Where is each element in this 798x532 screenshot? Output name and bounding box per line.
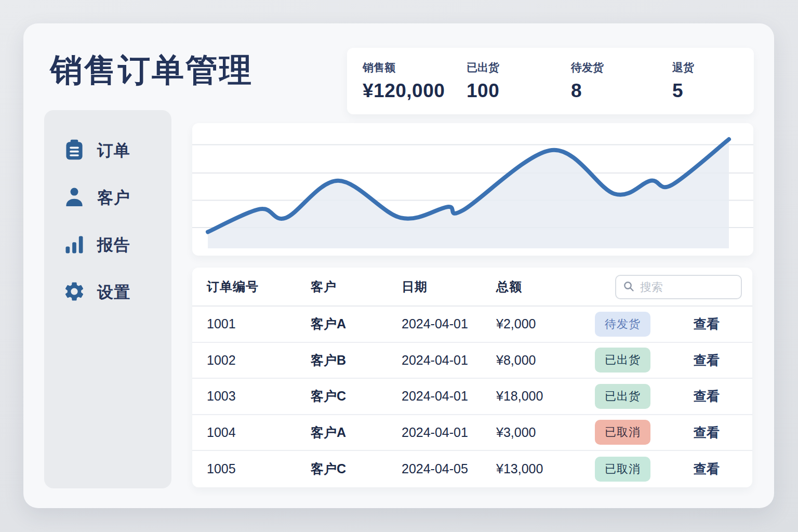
sidebar-item-label: 报告 (97, 234, 130, 256)
sidebar-item-label: 客户 (97, 187, 130, 209)
status-badge: 已取消 (595, 420, 650, 445)
amount-cell: ¥13,000 (496, 461, 595, 476)
date-cell: 2024-04-01 (402, 425, 496, 440)
orders-table: 订单编号 客户 日期 总额 1001 客户A 2024-04-01 ¥2,000… (192, 268, 752, 487)
user-icon (63, 185, 86, 210)
stat-value: ¥120,000 (363, 80, 467, 102)
column-header-order-id: 订单编号 (207, 278, 311, 295)
table-row: 1001 客户A 2024-04-01 ¥2,000 待发货 查看 (192, 307, 752, 343)
order-id-cell: 1004 (207, 425, 311, 440)
sidebar-item-orders[interactable]: 订单 (44, 127, 171, 174)
customer-cell: 客户B (311, 352, 402, 369)
table-row: 1004 客户A 2024-04-01 ¥3,000 已取消 查看 (192, 415, 752, 451)
search-icon (622, 280, 635, 295)
amount-cell: ¥2,000 (496, 316, 595, 331)
stat-label: 销售额 (363, 60, 467, 75)
sidebar-item-label: 设置 (97, 282, 130, 303)
customer-cell: 客户C (311, 460, 402, 477)
order-id-cell: 1005 (207, 461, 311, 476)
stat-value: 8 (571, 80, 672, 102)
stat-value: 100 (467, 80, 571, 102)
amount-cell: ¥18,000 (496, 389, 595, 404)
column-header-amount: 总额 (496, 278, 595, 295)
sidebar-item-label: 订单 (97, 140, 130, 162)
column-header-customer: 客户 (311, 278, 402, 295)
amount-cell: ¥3,000 (496, 425, 595, 440)
status-badge: 已出货 (595, 348, 650, 373)
date-cell: 2024-04-05 (402, 461, 496, 476)
page-title: 销售订单管理 (50, 48, 253, 92)
stat-value: 5 (672, 80, 694, 102)
table-row: 1005 客户C 2024-04-05 ¥13,000 已取消 查看 (192, 451, 752, 487)
area-chart (192, 123, 753, 256)
stat-sales-total: 销售额 ¥120,000 (363, 60, 467, 102)
date-cell: 2024-04-01 (402, 316, 496, 331)
customer-cell: 客户A (311, 315, 402, 332)
order-id-cell: 1001 (207, 316, 311, 331)
sidebar-item-reports[interactable]: 报告 (44, 221, 171, 269)
view-order-link[interactable]: 查看 (694, 388, 752, 405)
status-badge: 已出货 (595, 384, 650, 409)
stat-pending: 待发货 8 (571, 60, 672, 102)
table-row: 1002 客户B 2024-04-01 ¥8,000 已出货 查看 (192, 343, 752, 379)
column-header-date: 日期 (402, 278, 496, 295)
stats-summary-card: 销售额 ¥120,000 已出货 100 待发货 8 退货 5 (347, 48, 754, 114)
view-order-link[interactable]: 查看 (694, 460, 752, 477)
sidebar: 订单 客户 报告 设置 (44, 110, 171, 488)
search-input[interactable] (640, 281, 735, 294)
sidebar-item-customers[interactable]: 客户 (44, 174, 171, 221)
stat-shipped: 已出货 100 (467, 60, 571, 102)
table-row: 1003 客户C 2024-04-01 ¥18,000 已出货 查看 (192, 379, 752, 415)
clipboard-icon (63, 138, 86, 163)
view-order-link[interactable]: 查看 (694, 424, 752, 441)
view-order-link[interactable]: 查看 (694, 315, 752, 332)
customer-cell: 客户A (311, 424, 402, 441)
stat-returns: 退货 5 (672, 60, 694, 102)
amount-cell: ¥8,000 (496, 353, 595, 368)
view-order-link[interactable]: 查看 (694, 352, 752, 369)
date-cell: 2024-04-01 (402, 353, 496, 368)
sales-trend-chart (192, 123, 753, 256)
stat-label: 退货 (672, 60, 694, 75)
date-cell: 2024-04-01 (402, 389, 496, 404)
order-id-cell: 1002 (207, 353, 311, 368)
stat-label: 已出货 (467, 60, 571, 75)
order-id-cell: 1003 (207, 389, 311, 404)
customer-cell: 客户C (311, 388, 402, 405)
stat-label: 待发货 (571, 60, 672, 75)
orders-table-header: 订单编号 客户 日期 总额 (192, 268, 752, 307)
sidebar-item-settings[interactable]: 设置 (44, 269, 171, 316)
bar-chart-icon (63, 233, 86, 258)
status-badge: 已取消 (595, 457, 650, 482)
gear-icon (63, 280, 86, 305)
status-badge: 待发货 (595, 312, 650, 337)
orders-table-body: 1001 客户A 2024-04-01 ¥2,000 待发货 查看 1002 客… (192, 307, 752, 487)
search-box[interactable] (615, 275, 742, 299)
sales-order-dashboard: 销售订单管理 销售额 ¥120,000 已出货 100 待发货 8 退货 5 订… (23, 23, 774, 508)
